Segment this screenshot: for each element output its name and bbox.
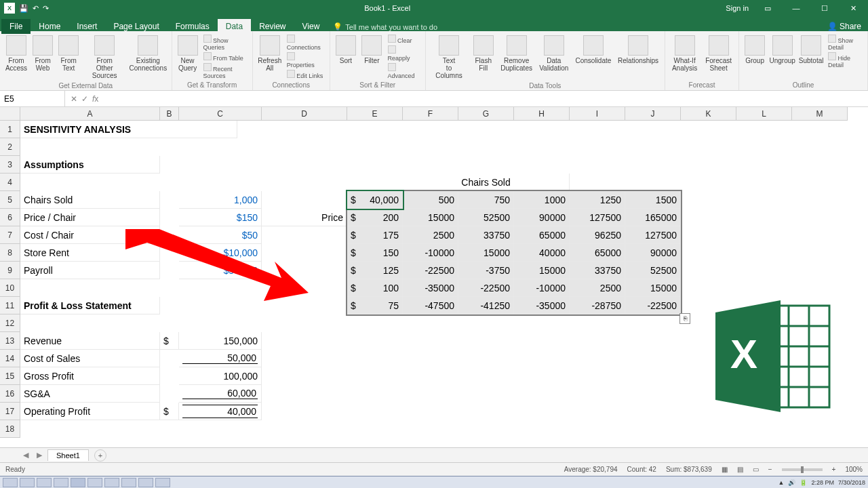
row-header-5[interactable]: 5 bbox=[0, 191, 20, 209]
col-header-L[interactable]: L bbox=[736, 107, 792, 121]
cell-C6[interactable]: $150 bbox=[179, 209, 262, 226]
cell-G10[interactable]: -22500 bbox=[458, 279, 514, 297]
sheet-nav-prev[interactable]: ◀ bbox=[20, 451, 31, 460]
zoom-out-button[interactable]: − bbox=[768, 466, 772, 473]
cell-C5[interactable]: 1,000 bbox=[179, 191, 262, 209]
taskbar-app[interactable] bbox=[138, 478, 153, 487]
cell-A16[interactable]: SG&A bbox=[20, 385, 160, 403]
cell-F11[interactable]: -47500 bbox=[403, 297, 458, 314]
cell-I10[interactable]: 2500 bbox=[570, 279, 625, 297]
ribbon-small-from-table[interactable]: From Table bbox=[202, 52, 248, 62]
cell-F8[interactable]: -10000 bbox=[403, 244, 458, 262]
col-header-E[interactable]: E bbox=[347, 107, 403, 121]
start-button[interactable] bbox=[3, 478, 18, 487]
ribbon-small-properties[interactable]: Properties bbox=[285, 52, 326, 69]
qat-save-icon[interactable]: 💾 bbox=[19, 4, 28, 13]
col-header-I[interactable]: I bbox=[570, 107, 625, 121]
row-header-16[interactable]: 16 bbox=[0, 385, 20, 403]
ribbon-small-advanced[interactable]: Advanced bbox=[387, 62, 421, 80]
row-header-6[interactable]: 6 bbox=[0, 209, 20, 226]
tell-me-search[interactable]: 💡 Tell me what you want to do bbox=[333, 22, 437, 31]
sheet-nav-next[interactable]: ▶ bbox=[34, 451, 45, 460]
cell-A13[interactable]: Revenue bbox=[20, 332, 160, 350]
cell-I6[interactable]: 127500 bbox=[570, 209, 625, 226]
ribbon-btn-subtotal[interactable]: Subtotal bbox=[798, 34, 824, 66]
ribbon-btn-ungroup[interactable]: Ungroup bbox=[769, 34, 795, 66]
view-layout-icon[interactable]: ▤ bbox=[737, 466, 743, 473]
ribbon-btn-from-access[interactable]: FromAccess bbox=[4, 34, 28, 73]
ribbon-btn-forecast-sheet[interactable]: ForecastSheet bbox=[703, 34, 734, 73]
col-header-F[interactable]: F bbox=[403, 107, 458, 121]
cell-G9[interactable]: -3750 bbox=[458, 262, 514, 279]
cell-A7[interactable]: Cost / Chair bbox=[20, 226, 160, 244]
taskbar-app[interactable] bbox=[54, 478, 68, 487]
row-header-12[interactable]: 12 bbox=[0, 314, 20, 332]
cell-J7[interactable]: 127500 bbox=[625, 226, 681, 244]
cancel-icon[interactable]: ✕ bbox=[71, 94, 77, 104]
row-header-11[interactable]: 11 bbox=[0, 297, 20, 314]
ribbon-btn-new-query[interactable]: NewQuery bbox=[176, 34, 199, 73]
col-header-A[interactable]: A bbox=[20, 107, 160, 121]
zoom-slider[interactable] bbox=[782, 468, 823, 471]
col-header-B[interactable]: B bbox=[160, 107, 179, 121]
ribbon-btn-what-if-analysis[interactable]: What-IfAnalysis bbox=[669, 34, 700, 73]
qat-undo-icon[interactable]: ↶ bbox=[33, 4, 39, 13]
ribbon-btn-remove-duplicates[interactable]: RemoveDuplicates bbox=[498, 34, 534, 73]
cell-C13[interactable]: 150,000 bbox=[179, 332, 262, 350]
fill-handle-icon[interactable]: ⎘ bbox=[679, 313, 690, 324]
signin-link[interactable]: Sign in bbox=[726, 4, 749, 12]
taskbar-app[interactable] bbox=[20, 478, 35, 487]
cell-F9[interactable]: -22500 bbox=[403, 262, 458, 279]
cell-H9[interactable]: 15000 bbox=[514, 262, 570, 279]
cell-G5[interactable]: 750 bbox=[458, 191, 514, 209]
cell-J6[interactable]: 165000 bbox=[625, 209, 681, 226]
cell-J11[interactable]: -22500 bbox=[625, 297, 681, 314]
row-header-10[interactable]: 10 bbox=[0, 279, 20, 297]
cell-F6[interactable]: 15000 bbox=[403, 209, 458, 226]
cell-F10[interactable]: -35000 bbox=[403, 279, 458, 297]
taskbar-app[interactable] bbox=[155, 478, 170, 487]
col-header-H[interactable]: H bbox=[514, 107, 570, 121]
cell-A17[interactable]: Operating Profit bbox=[20, 403, 160, 420]
cell-C8[interactable]: $10,000 bbox=[179, 244, 262, 262]
cell-C14[interactable]: 50,000 bbox=[179, 350, 262, 367]
zoom-in-button[interactable]: + bbox=[832, 466, 836, 473]
ribbon-btn-from-text[interactable]: FromText bbox=[57, 34, 80, 73]
cell-I11[interactable]: -28750 bbox=[570, 297, 625, 314]
cell-J5[interactable]: 1500 bbox=[625, 191, 681, 209]
row-header-13[interactable]: 13 bbox=[0, 332, 20, 350]
cell-C15[interactable]: 100,000 bbox=[179, 367, 262, 385]
cell-A15[interactable]: Gross Profit bbox=[20, 367, 160, 385]
zoom-level[interactable]: 100% bbox=[845, 466, 863, 473]
ribbon-small-show-queries[interactable]: Show Queries bbox=[202, 34, 248, 52]
ribbon-small-clear[interactable]: Clear bbox=[387, 34, 421, 45]
ribbon-btn-flash-fill[interactable]: FlashFill bbox=[471, 34, 496, 73]
view-normal-icon[interactable]: ▦ bbox=[722, 466, 728, 473]
ribbon-small-edit-links[interactable]: Edit Links bbox=[285, 69, 326, 80]
col-header-C[interactable]: C bbox=[179, 107, 262, 121]
maximize-button[interactable]: ☐ bbox=[815, 4, 834, 13]
cell-F5[interactable]: 500 bbox=[403, 191, 458, 209]
cell-H8[interactable]: 40000 bbox=[514, 244, 570, 262]
fx-icon[interactable]: fx bbox=[92, 94, 98, 104]
cell-C7[interactable]: $50 bbox=[179, 226, 262, 244]
ribbon-btn-sort[interactable]: Sort bbox=[334, 34, 357, 66]
cell-C9[interactable]: $50,000 bbox=[179, 262, 262, 279]
cell-C17[interactable]: 40,000 bbox=[179, 403, 262, 420]
cell-E8[interactable]: $150 bbox=[347, 244, 403, 262]
cell-J9[interactable]: 52500 bbox=[625, 262, 681, 279]
cell-I7[interactable]: 96250 bbox=[570, 226, 625, 244]
row-header-2[interactable]: 2 bbox=[0, 138, 20, 156]
ribbon-btn-from-web[interactable]: FromWeb bbox=[31, 34, 54, 73]
taskbar-app[interactable] bbox=[37, 478, 52, 487]
ribbon-options-icon[interactable]: ▭ bbox=[758, 4, 777, 13]
tray-icon[interactable]: 🔊 bbox=[788, 479, 795, 486]
row-header-18[interactable]: 18 bbox=[0, 420, 20, 438]
cell-A11[interactable]: Profit & Loss Statement bbox=[20, 297, 160, 314]
row-header-17[interactable]: 17 bbox=[0, 403, 20, 420]
ribbon-small-connections[interactable]: Connections bbox=[285, 34, 326, 52]
ribbon-btn-data-validation[interactable]: DataValidation bbox=[537, 34, 570, 73]
minimize-button[interactable]: — bbox=[787, 4, 806, 12]
ribbon-small-show-detail[interactable]: Show Detail bbox=[827, 34, 863, 52]
ribbon-small-reapply[interactable]: Reapply bbox=[387, 45, 421, 62]
